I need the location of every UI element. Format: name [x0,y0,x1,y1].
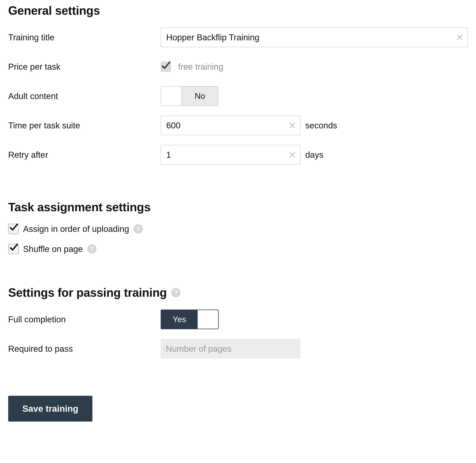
section-passing-heading: Settings for passing training [8,286,167,300]
retry-unit-label: days [305,150,323,160]
clear-icon[interactable] [289,151,296,159]
clear-icon[interactable] [456,34,463,41]
adult-content-toggle[interactable]: No [161,86,218,106]
row-required-to-pass: Required to pass [8,338,468,359]
training-title-input[interactable] [161,27,468,47]
required-to-pass-label: Required to pass [8,344,161,354]
help-icon[interactable]: ? [171,288,181,297]
row-adult-content: Adult content No [8,86,468,106]
full-completion-label: Full completion [8,314,161,324]
shuffle-label: Shuffle on page [23,244,83,254]
help-icon[interactable]: ? [87,244,97,254]
toggle-yes-label: Yes [161,310,198,329]
retry-after-label: Retry after [8,150,161,160]
adult-content-label: Adult content [8,91,161,101]
row-assign-order: Assign in order of uploading ? [8,224,468,234]
assign-order-label: Assign in order of uploading [23,224,129,234]
row-retry-after: Retry after days [8,144,468,165]
time-per-suite-input[interactable] [161,116,301,135]
time-unit-label: seconds [305,120,337,130]
help-icon[interactable]: ? [134,224,143,233]
free-training-checkbox [161,62,171,72]
row-price: Price per task free training [8,56,468,77]
shuffle-checkbox[interactable] [8,244,18,254]
assign-order-checkbox[interactable] [8,224,18,234]
toggle-blank [161,87,182,106]
toggle-no-label: No [182,87,218,106]
price-label: Price per task [8,62,161,72]
free-training-label: free training [178,62,223,72]
row-time-per-suite: Time per task suite seconds [8,115,468,136]
clear-icon[interactable] [289,122,296,129]
section-general-heading: General settings [8,0,468,18]
section-task-assignment-heading: Task assignment settings [8,196,468,214]
toggle-blank [198,310,218,329]
section-passing-wrap: Settings for passing training ? [8,286,468,300]
row-shuffle: Shuffle on page ? [8,244,468,254]
save-training-button[interactable]: Save training [8,396,92,422]
training-title-label: Training title [8,32,161,42]
retry-after-input[interactable] [161,145,301,165]
full-completion-toggle[interactable]: Yes [161,310,219,329]
required-to-pass-input [161,339,301,359]
row-training-title: Training title [8,27,468,48]
time-per-suite-label: Time per task suite [8,120,161,130]
row-full-completion: Full completion Yes [8,309,468,329]
